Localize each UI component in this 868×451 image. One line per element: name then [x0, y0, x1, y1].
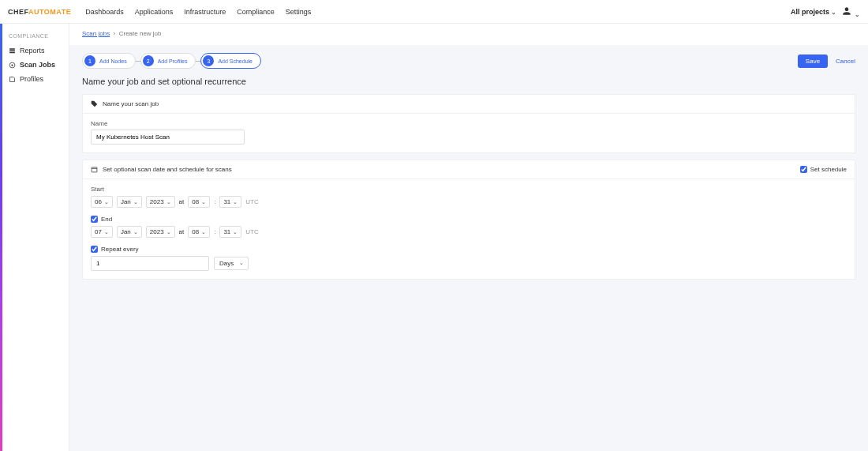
nav-settings[interactable]: Settings [286, 8, 312, 16]
breadcrumb: Scan jobs › Create new job [82, 30, 855, 37]
chevron-down-icon: ⌄ [855, 11, 860, 18]
chevron-down-icon: ⌄ [166, 229, 171, 235]
nav-applications[interactable]: Applications [135, 8, 174, 16]
cancel-button[interactable]: Cancel [836, 58, 855, 65]
scan-jobs-icon [9, 62, 16, 69]
top-nav-right: All projects ⌄ ⌄ [791, 6, 860, 18]
reports-icon [9, 47, 16, 54]
main-content: Scan jobs › Create new job 1 Add Nodes 2… [69, 24, 868, 451]
nav-infrastructure[interactable]: Infrastructure [184, 8, 226, 16]
sidebar: COMPLIANCE Reports Scan Jobs Profiles [2, 24, 69, 451]
brand-logo: CHEFAUTOMATE [8, 8, 71, 16]
page-title: Name your job and set optional recurrenc… [69, 77, 868, 94]
tag-icon [91, 100, 98, 107]
save-button[interactable]: Save [798, 54, 828, 68]
set-schedule-toggle[interactable]: Set schedule [800, 166, 847, 173]
step-add-profiles[interactable]: 2 Add Profiles [140, 53, 196, 69]
end-year-select[interactable]: 2023⌄ [146, 226, 175, 238]
schedule-card-title: Set optional scan date and schedule for … [103, 166, 232, 173]
avatar-icon [841, 6, 852, 17]
name-card: Name your scan job Name [82, 94, 855, 153]
start-minute-select[interactable]: 31⌄ [219, 196, 241, 208]
svg-rect-2 [92, 167, 97, 172]
chevron-down-icon: ⌄ [831, 9, 836, 16]
nav-compliance[interactable]: Compliance [237, 8, 275, 16]
chevron-down-icon: ⌄ [239, 260, 244, 266]
schedule-card: Set optional scan date and schedule for … [82, 160, 855, 280]
end-month-select[interactable]: Jan⌄ [117, 226, 142, 238]
chevron-down-icon: ⌄ [104, 199, 109, 205]
chevron-down-icon: ⌄ [201, 229, 206, 235]
step-add-nodes[interactable]: 1 Add Nodes [82, 53, 136, 69]
sidebar-item-label: Profiles [20, 75, 43, 83]
chevron-down-icon: ⌄ [104, 229, 109, 235]
start-hour-select[interactable]: 08⌄ [188, 196, 210, 208]
chevron-down-icon: ⌄ [201, 199, 206, 205]
profiles-icon [9, 76, 16, 83]
stepper: 1 Add Nodes 2 Add Profiles 3 Add Schedul… [82, 53, 261, 69]
chevron-down-icon: ⌄ [133, 199, 138, 205]
step-add-schedule[interactable]: 3 Add Schedule [200, 53, 261, 69]
chevron-down-icon: ⌄ [233, 199, 238, 205]
chevron-down-icon: ⌄ [233, 229, 238, 235]
sidebar-item-label: Reports [20, 47, 45, 54]
end-toggle[interactable]: End [91, 216, 847, 223]
svg-point-1 [11, 64, 13, 66]
chevron-down-icon: ⌄ [166, 199, 171, 205]
sidebar-item-label: Scan Jobs [20, 61, 55, 69]
name-label: Name [91, 120, 847, 127]
end-hour-select[interactable]: 08⌄ [188, 226, 210, 238]
top-nav: CHEFAUTOMATE Dashboards Applications Inf… [0, 0, 868, 24]
end-day-select[interactable]: 07⌄ [91, 226, 113, 238]
start-year-select[interactable]: 2023⌄ [146, 196, 175, 208]
sidebar-section-title: COMPLIANCE [2, 32, 69, 43]
breadcrumb-current: Create new job [119, 30, 162, 37]
start-day-select[interactable]: 06⌄ [91, 196, 113, 208]
end-minute-select[interactable]: 31⌄ [219, 226, 241, 238]
set-schedule-checkbox[interactable] [800, 166, 807, 173]
start-month-select[interactable]: Jan⌄ [117, 196, 142, 208]
sidebar-item-profiles[interactable]: Profiles [2, 72, 69, 86]
start-tz: UTC [245, 198, 258, 205]
end-tz: UTC [245, 228, 258, 235]
repeat-checkbox[interactable] [91, 246, 98, 253]
repeat-unit-select[interactable]: Days ⌄ [214, 257, 249, 270]
top-nav-links: Dashboards Applications Infrastructure C… [85, 8, 311, 16]
sidebar-item-reports[interactable]: Reports [2, 43, 69, 58]
end-checkbox[interactable] [91, 216, 98, 223]
breadcrumb-root[interactable]: Scan jobs [82, 30, 110, 37]
start-label: Start [91, 186, 847, 193]
repeat-interval-input[interactable] [91, 256, 209, 271]
job-name-input[interactable] [91, 130, 245, 145]
chevron-down-icon: ⌄ [133, 229, 138, 235]
user-menu[interactable]: ⌄ [841, 6, 860, 18]
name-card-title: Name your scan job [103, 100, 159, 107]
calendar-icon [91, 166, 98, 173]
repeat-toggle[interactable]: Repeat every [91, 246, 847, 253]
project-selector[interactable]: All projects ⌄ [791, 8, 837, 16]
nav-dashboards[interactable]: Dashboards [85, 8, 124, 16]
sidebar-item-scan-jobs[interactable]: Scan Jobs [2, 58, 69, 72]
